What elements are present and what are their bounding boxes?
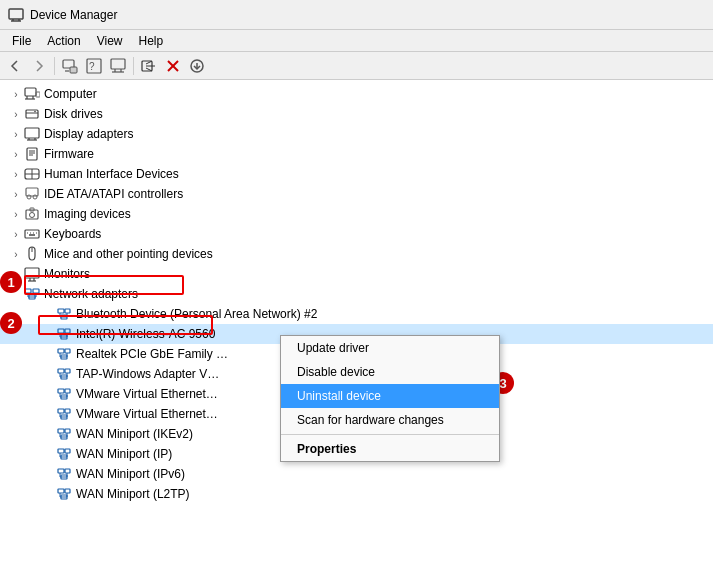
svg-rect-105 (58, 449, 64, 453)
svg-rect-75 (58, 349, 64, 353)
svg-rect-0 (9, 9, 23, 19)
expand-ide[interactable]: › (8, 186, 24, 202)
svg-rect-9 (111, 59, 125, 69)
vmware2-icon (56, 406, 72, 422)
tree-view[interactable]: › Computer › Disk drives › Display adapt… (0, 80, 713, 582)
tree-item-keyboards[interactable]: › Keyboards (0, 224, 713, 244)
svg-rect-118 (65, 489, 70, 493)
menu-help[interactable]: Help (131, 32, 172, 50)
expand-computer[interactable]: › (8, 86, 24, 102)
title-bar: Device Manager (0, 0, 713, 30)
tree-label-vmware2: VMware Virtual Ethernet… (76, 407, 218, 421)
tree-item-disk-drives[interactable]: › Disk drives (0, 104, 713, 124)
tree-item-firmware[interactable]: › Firmware (0, 144, 713, 164)
tree-label-bluetooth: Bluetooth Device (Personal Area Network)… (76, 307, 317, 321)
tree-label-computer: Computer (44, 87, 97, 101)
tree-label-network: Network adapters (44, 287, 138, 301)
tree-item-computer[interactable]: › Computer (0, 84, 713, 104)
toolbar-update-driver[interactable]: ? (83, 55, 105, 77)
tree-item-wan-l2tp[interactable]: WAN Miniport (L2TP) (0, 484, 713, 504)
svg-rect-111 (58, 469, 64, 473)
context-disable-device[interactable]: Disable device (281, 360, 499, 384)
tree-item-hid[interactable]: › Human Interface Devices (0, 164, 713, 184)
toolbar-uninstall[interactable] (162, 55, 184, 77)
context-uninstall-device[interactable]: Uninstall device (281, 384, 499, 408)
expand-wan-ikev2 (40, 426, 56, 442)
toolbar-back[interactable] (4, 55, 26, 77)
svg-rect-76 (65, 349, 70, 353)
expand-hid[interactable]: › (8, 166, 24, 182)
menu-file[interactable]: File (4, 32, 39, 50)
expand-intel (40, 326, 56, 342)
tree-label-tap: TAP-Windows Adapter V… (76, 367, 219, 381)
tree-label-realtek: Realtek PCIe GbE Family … (76, 347, 228, 361)
tap-icon (56, 366, 72, 382)
toolbar-sep-1 (54, 57, 55, 75)
tree-item-bluetooth[interactable]: Bluetooth Device (Personal Area Network)… (0, 304, 713, 324)
svg-text:?: ? (89, 61, 95, 72)
tree-item-imaging[interactable]: › Imaging devices (0, 204, 713, 224)
context-scan-hardware[interactable]: Scan for hardware changes (281, 408, 499, 432)
wan-ikev2-icon (56, 426, 72, 442)
intel-icon (56, 326, 72, 342)
tree-label-disk: Disk drives (44, 107, 103, 121)
svg-rect-21 (25, 88, 36, 96)
toolbar-forward[interactable] (28, 55, 50, 77)
svg-rect-6 (70, 67, 77, 73)
expand-imaging[interactable]: › (8, 206, 24, 222)
vmware1-icon (56, 386, 72, 402)
window-title: Device Manager (30, 8, 117, 22)
tree-item-display[interactable]: › Display adapters (0, 124, 713, 144)
context-update-driver[interactable]: Update driver (281, 336, 499, 360)
toolbar-btn3[interactable] (107, 55, 129, 77)
toolbar-scan[interactable] (138, 55, 160, 77)
svg-rect-82 (65, 369, 70, 373)
svg-rect-69 (58, 329, 64, 333)
monitor-icon (24, 266, 40, 282)
svg-rect-88 (65, 389, 70, 393)
expand-vmware2 (40, 406, 56, 422)
expand-wan-ipv6 (40, 466, 56, 482)
svg-rect-106 (65, 449, 70, 453)
context-properties[interactable]: Properties (281, 437, 499, 461)
svg-point-28 (34, 111, 36, 113)
toolbar-sep-2 (133, 57, 134, 75)
svg-rect-40 (26, 188, 38, 196)
tree-label-vmware1: VMware Virtual Ethernet… (76, 387, 218, 401)
menu-action[interactable]: Action (39, 32, 88, 50)
expand-tap (40, 366, 56, 382)
svg-rect-57 (25, 289, 31, 293)
svg-point-45 (30, 213, 35, 218)
tree-label-ide: IDE ATA/ATAPI controllers (44, 187, 183, 201)
tree-label-display: Display adapters (44, 127, 133, 141)
svg-rect-53 (25, 268, 39, 278)
menu-view[interactable]: View (89, 32, 131, 50)
toolbar-properties[interactable] (59, 55, 81, 77)
ide-icon (24, 186, 40, 202)
imaging-icon (24, 206, 40, 222)
hid-icon (24, 166, 40, 182)
svg-rect-117 (58, 489, 64, 493)
tree-label-mice: Mice and other pointing devices (44, 247, 213, 261)
display-icon (24, 126, 40, 142)
tree-item-monitors[interactable]: › Monitors (0, 264, 713, 284)
tree-item-network[interactable]: › Network adapters (0, 284, 713, 304)
toolbar-download[interactable] (186, 55, 208, 77)
tree-label-monitors: Monitors (44, 267, 90, 281)
tree-item-mice[interactable]: › Mice and other pointing devices (0, 244, 713, 264)
expand-keyboards[interactable]: › (8, 226, 24, 242)
svg-rect-46 (25, 230, 39, 238)
expand-disk[interactable]: › (8, 106, 24, 122)
expand-firmware[interactable]: › (8, 146, 24, 162)
expand-mice[interactable]: › (8, 246, 24, 262)
tree-item-wan-ipv6[interactable]: WAN Miniport (IPv6) (0, 464, 713, 484)
expand-display[interactable]: › (8, 126, 24, 142)
svg-rect-26 (26, 110, 38, 118)
expand-vmware1 (40, 386, 56, 402)
svg-rect-112 (65, 469, 70, 473)
wan-ip-icon (56, 446, 72, 462)
tree-label-wan-ipv6: WAN Miniport (IPv6) (76, 467, 185, 481)
realtek-icon (56, 346, 72, 362)
tree-item-ide[interactable]: › IDE ATA/ATAPI controllers (0, 184, 713, 204)
svg-rect-63 (58, 309, 64, 313)
